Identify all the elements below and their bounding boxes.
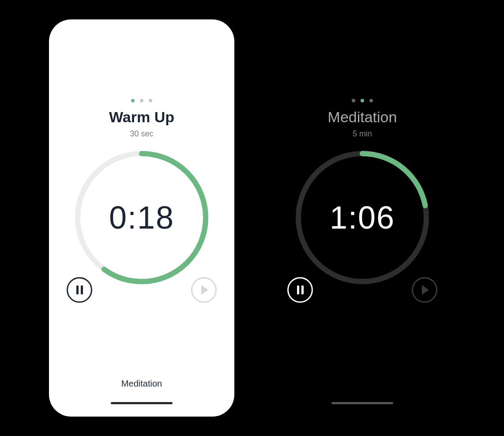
page-dot [140,99,143,102]
time-remaining: 1:06 [330,199,395,236]
play-icon [422,285,429,295]
stage-duration: 30 sec [130,129,153,139]
page-indicator [352,99,373,102]
progress-ring: 1:06 [294,149,431,286]
stage-title: Warm Up [109,109,174,126]
stage-title: Meditation [328,109,397,126]
next-stage-label[interactable]: Meditation [121,379,162,389]
page-indicator [131,99,152,102]
page-dot-active [361,99,364,102]
play-icon [201,285,208,295]
phone-dark-mode: Meditation 5 min 1:06 [270,19,455,417]
progress-ring: 0:18 [73,149,210,286]
page-dot-active [131,99,135,102]
home-indicator[interactable] [111,402,173,404]
page-dot [149,99,152,102]
page-dot [369,99,373,102]
pause-icon [76,286,83,294]
pause-icon [297,286,304,294]
home-indicator[interactable] [331,402,393,404]
time-remaining: 0:18 [109,199,174,236]
stage-duration: 5 min [353,129,372,139]
page-dot [352,99,355,102]
phone-light-mode: Warm Up 30 sec 0:18 Meditation [49,19,234,417]
